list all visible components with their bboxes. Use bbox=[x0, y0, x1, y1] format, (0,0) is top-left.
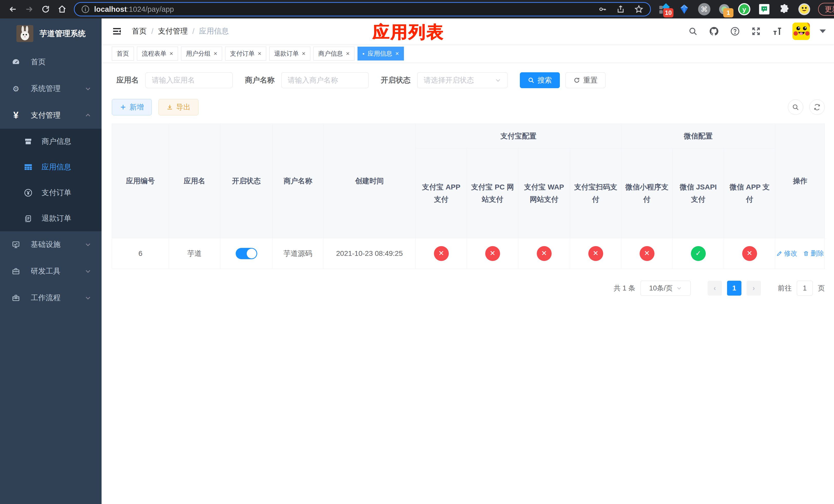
help-icon[interactable] bbox=[729, 26, 741, 37]
extension-sketch-icon[interactable]: 10 bbox=[658, 3, 671, 16]
app-name-label: 应用名 bbox=[116, 75, 139, 85]
github-icon[interactable] bbox=[708, 26, 720, 37]
sidebar-logo[interactable]: 芋道管理系统 bbox=[0, 19, 102, 49]
breadcrumb-payment[interactable]: 支付管理 bbox=[158, 26, 188, 37]
sidebar-item-refund-order[interactable]: 退款订单 bbox=[0, 206, 102, 231]
browser-home-icon[interactable] bbox=[54, 2, 70, 17]
sidebar-item-workflow[interactable]: 工作流程 bbox=[0, 284, 102, 311]
add-button[interactable]: 新增 bbox=[112, 99, 152, 115]
close-icon[interactable]: × bbox=[214, 50, 217, 57]
chevron-down-icon bbox=[85, 241, 91, 248]
alipay-config-group: 支付宝配置 支付宝 APP 支付 支付宝 PC 网站支付 支付宝 WAP 网站支… bbox=[416, 124, 621, 238]
extension-hangouts-icon[interactable] bbox=[758, 3, 771, 16]
tab-process-form[interactable]: 流程表单× bbox=[137, 47, 178, 61]
password-key-icon[interactable] bbox=[598, 5, 607, 14]
browser-update-button[interactable]: 更新 bbox=[818, 3, 834, 16]
site-info-icon[interactable] bbox=[81, 5, 89, 13]
delete-link[interactable]: 删除 bbox=[803, 248, 824, 259]
sidebar-item-merchant-info[interactable]: 商户信息 bbox=[0, 129, 102, 154]
chevron-up-icon bbox=[85, 112, 91, 119]
merchant-name-input[interactable] bbox=[281, 72, 369, 88]
tab-home[interactable]: 首页 bbox=[112, 47, 134, 61]
font-size-icon[interactable] bbox=[771, 26, 783, 37]
gear-icon: ⚙ bbox=[11, 84, 21, 93]
breadcrumb-home[interactable]: 首页 bbox=[132, 26, 147, 37]
close-icon[interactable]: × bbox=[258, 50, 261, 57]
user-avatar[interactable] bbox=[792, 23, 810, 40]
extension-command-icon[interactable]: ⌘ bbox=[698, 3, 711, 16]
search-button[interactable]: 搜索 bbox=[520, 72, 560, 88]
sidebar-item-system[interactable]: ⚙ 系统管理 bbox=[0, 75, 102, 102]
column-header: 操作 bbox=[775, 124, 825, 238]
header-search-icon[interactable] bbox=[687, 26, 699, 37]
profile-emoji-icon[interactable] bbox=[797, 3, 811, 16]
sidebar-item-home[interactable]: 首页 bbox=[0, 49, 102, 75]
sidebar-item-pay-order[interactable]: 支付订单 bbox=[0, 180, 102, 206]
status-cross-icon: ✕ bbox=[742, 246, 757, 261]
tab-refund-order[interactable]: 退款订单× bbox=[269, 47, 310, 61]
plus-icon bbox=[120, 104, 127, 111]
command-glyph: ⌘ bbox=[701, 5, 708, 14]
reset-button[interactable]: 重置 bbox=[566, 72, 606, 88]
page-size-select[interactable]: 10条/页 bbox=[640, 281, 690, 296]
app-name-input[interactable] bbox=[146, 72, 233, 88]
sidebar-item-label: 首页 bbox=[31, 57, 91, 67]
url-path: :1024/pay/app bbox=[127, 5, 174, 13]
chevron-down-icon bbox=[676, 285, 682, 291]
avatar-dropdown-icon[interactable] bbox=[820, 29, 826, 33]
extension-gem-icon[interactable] bbox=[678, 3, 691, 16]
sidebar-item-label: 基础设施 bbox=[31, 239, 85, 250]
logo-avatar bbox=[16, 25, 33, 42]
sidebar-collapse-icon[interactable] bbox=[111, 25, 123, 38]
page-annotation-title: 应用列表 bbox=[372, 21, 444, 44]
extension-badge: 10 bbox=[663, 8, 674, 18]
enabled-toggle[interactable] bbox=[236, 248, 257, 259]
share-icon[interactable] bbox=[616, 5, 625, 14]
sidebar-item-infrastructure[interactable]: 基础设施 bbox=[0, 231, 102, 258]
close-icon[interactable]: × bbox=[395, 50, 399, 57]
payment-submenu: 商户信息 应用信息 支付订单 bbox=[0, 129, 102, 231]
tab-user-group[interactable]: 用户分组× bbox=[181, 47, 222, 61]
bookmark-star-icon[interactable] bbox=[634, 5, 643, 14]
cell-status bbox=[220, 238, 272, 269]
extension-yudao-icon[interactable]: y bbox=[738, 3, 751, 16]
extension-recorder-icon[interactable]: 1 bbox=[718, 3, 731, 16]
total-count: 共 1 条 bbox=[614, 283, 635, 293]
cell-merchant: 芋道源码 bbox=[272, 238, 323, 269]
tab-app-info[interactable]: ●应用信息× bbox=[357, 47, 404, 61]
cell-app-name: 芋道 bbox=[169, 238, 220, 269]
tab-pay-order[interactable]: 支付订单× bbox=[225, 47, 266, 61]
address-bar[interactable]: localhost:1024/pay/app bbox=[74, 2, 651, 17]
tab-merchant-info[interactable]: 商户信息× bbox=[313, 47, 354, 61]
close-icon[interactable]: × bbox=[302, 50, 305, 57]
url-text[interactable]: localhost:1024/pay/app bbox=[94, 5, 598, 14]
browser-reload-icon[interactable] bbox=[38, 2, 54, 17]
sidebar-item-app-info[interactable]: 应用信息 bbox=[0, 154, 102, 180]
prev-page-button[interactable]: ‹ bbox=[707, 281, 722, 296]
sidebar-item-dev-tools[interactable]: 研发工具 bbox=[0, 258, 102, 284]
browser-back-icon[interactable] bbox=[5, 2, 21, 17]
next-page-button[interactable]: › bbox=[747, 281, 761, 296]
close-icon[interactable]: × bbox=[346, 50, 350, 57]
column-header: 开启状态 bbox=[220, 124, 272, 238]
close-icon[interactable]: × bbox=[170, 50, 173, 57]
goto-page-input[interactable] bbox=[797, 281, 813, 296]
status-select[interactable]: 请选择开启状态 bbox=[417, 72, 507, 88]
extensions-puzzle-icon[interactable] bbox=[777, 3, 791, 16]
show-search-button[interactable] bbox=[788, 99, 803, 115]
breadcrumb-separator: / bbox=[151, 27, 153, 36]
edit-link[interactable]: 修改 bbox=[776, 248, 797, 259]
fullscreen-icon[interactable] bbox=[750, 26, 762, 37]
status-check-icon: ✓ bbox=[691, 246, 706, 261]
status-cross-icon: ✕ bbox=[640, 246, 655, 261]
refresh-table-button[interactable] bbox=[809, 99, 825, 115]
table-header: 应用编号 应用名 开启状态 商户名称 创建时间 支付宝配置 支付宝 APP 支付… bbox=[112, 124, 825, 238]
browser-forward-icon[interactable] bbox=[21, 2, 38, 17]
sidebar-item-payment[interactable]: ¥ 支付管理 bbox=[0, 102, 102, 129]
sidebar: 芋道管理系统 首页 ⚙ 系统管理 ¥ 支付管理 bbox=[0, 19, 102, 504]
download-icon bbox=[167, 104, 173, 111]
status-cross-icon: ✕ bbox=[537, 246, 552, 261]
svg-text:y: y bbox=[743, 6, 746, 13]
page-number-1[interactable]: 1 bbox=[727, 281, 741, 296]
export-button[interactable]: 导出 bbox=[158, 99, 198, 115]
